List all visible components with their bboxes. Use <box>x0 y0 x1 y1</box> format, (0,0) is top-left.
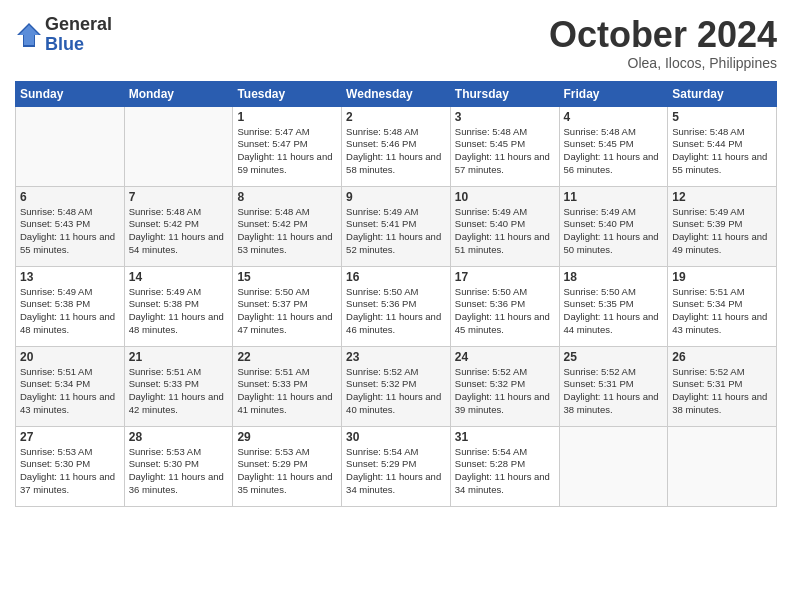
page: General Blue October 2024 Olea, Ilocos, … <box>0 0 792 612</box>
calendar-cell <box>559 426 668 506</box>
calendar-cell: 7Sunrise: 5:48 AMSunset: 5:42 PMDaylight… <box>124 186 233 266</box>
day-number: 29 <box>237 430 337 444</box>
day-number: 6 <box>20 190 120 204</box>
calendar-cell: 10Sunrise: 5:49 AMSunset: 5:40 PMDayligh… <box>450 186 559 266</box>
day-number: 12 <box>672 190 772 204</box>
calendar-cell: 16Sunrise: 5:50 AMSunset: 5:36 PMDayligh… <box>342 266 451 346</box>
cell-info: Sunrise: 5:53 AMSunset: 5:30 PMDaylight:… <box>20 446 120 497</box>
day-number: 13 <box>20 270 120 284</box>
calendar-week-row: 20Sunrise: 5:51 AMSunset: 5:34 PMDayligh… <box>16 346 777 426</box>
day-number: 21 <box>129 350 229 364</box>
calendar-cell: 19Sunrise: 5:51 AMSunset: 5:34 PMDayligh… <box>668 266 777 346</box>
day-number: 31 <box>455 430 555 444</box>
cell-info: Sunrise: 5:48 AMSunset: 5:42 PMDaylight:… <box>129 206 229 257</box>
calendar-cell <box>668 426 777 506</box>
calendar-cell: 4Sunrise: 5:48 AMSunset: 5:45 PMDaylight… <box>559 106 668 186</box>
logo-general: General <box>45 15 112 35</box>
day-number: 5 <box>672 110 772 124</box>
cell-info: Sunrise: 5:50 AMSunset: 5:37 PMDaylight:… <box>237 286 337 337</box>
logo: General Blue <box>15 15 112 55</box>
calendar-cell: 27Sunrise: 5:53 AMSunset: 5:30 PMDayligh… <box>16 426 125 506</box>
cell-info: Sunrise: 5:50 AMSunset: 5:36 PMDaylight:… <box>346 286 446 337</box>
calendar-cell: 9Sunrise: 5:49 AMSunset: 5:41 PMDaylight… <box>342 186 451 266</box>
cell-info: Sunrise: 5:51 AMSunset: 5:33 PMDaylight:… <box>237 366 337 417</box>
calendar-cell: 17Sunrise: 5:50 AMSunset: 5:36 PMDayligh… <box>450 266 559 346</box>
month-title: October 2024 <box>549 15 777 55</box>
calendar-cell: 8Sunrise: 5:48 AMSunset: 5:42 PMDaylight… <box>233 186 342 266</box>
day-number: 20 <box>20 350 120 364</box>
calendar-cell <box>124 106 233 186</box>
calendar-cell: 23Sunrise: 5:52 AMSunset: 5:32 PMDayligh… <box>342 346 451 426</box>
calendar-cell: 28Sunrise: 5:53 AMSunset: 5:30 PMDayligh… <box>124 426 233 506</box>
weekday-header: Wednesday <box>342 81 451 106</box>
calendar-cell: 12Sunrise: 5:49 AMSunset: 5:39 PMDayligh… <box>668 186 777 266</box>
cell-info: Sunrise: 5:48 AMSunset: 5:43 PMDaylight:… <box>20 206 120 257</box>
day-number: 2 <box>346 110 446 124</box>
cell-info: Sunrise: 5:51 AMSunset: 5:34 PMDaylight:… <box>20 366 120 417</box>
calendar-table: SundayMondayTuesdayWednesdayThursdayFrid… <box>15 81 777 507</box>
logo-blue: Blue <box>45 35 112 55</box>
day-number: 22 <box>237 350 337 364</box>
day-number: 26 <box>672 350 772 364</box>
cell-info: Sunrise: 5:49 AMSunset: 5:38 PMDaylight:… <box>129 286 229 337</box>
day-number: 19 <box>672 270 772 284</box>
calendar-cell: 13Sunrise: 5:49 AMSunset: 5:38 PMDayligh… <box>16 266 125 346</box>
cell-info: Sunrise: 5:48 AMSunset: 5:44 PMDaylight:… <box>672 126 772 177</box>
day-number: 7 <box>129 190 229 204</box>
logo-text: General Blue <box>45 15 112 55</box>
cell-info: Sunrise: 5:49 AMSunset: 5:39 PMDaylight:… <box>672 206 772 257</box>
day-number: 24 <box>455 350 555 364</box>
calendar-cell: 1Sunrise: 5:47 AMSunset: 5:47 PMDaylight… <box>233 106 342 186</box>
calendar-week-row: 6Sunrise: 5:48 AMSunset: 5:43 PMDaylight… <box>16 186 777 266</box>
calendar-cell: 30Sunrise: 5:54 AMSunset: 5:29 PMDayligh… <box>342 426 451 506</box>
day-number: 9 <box>346 190 446 204</box>
calendar-cell: 15Sunrise: 5:50 AMSunset: 5:37 PMDayligh… <box>233 266 342 346</box>
cell-info: Sunrise: 5:48 AMSunset: 5:45 PMDaylight:… <box>564 126 664 177</box>
cell-info: Sunrise: 5:51 AMSunset: 5:33 PMDaylight:… <box>129 366 229 417</box>
weekday-header: Monday <box>124 81 233 106</box>
weekday-header: Friday <box>559 81 668 106</box>
header-row: SundayMondayTuesdayWednesdayThursdayFrid… <box>16 81 777 106</box>
calendar-cell: 5Sunrise: 5:48 AMSunset: 5:44 PMDaylight… <box>668 106 777 186</box>
cell-info: Sunrise: 5:48 AMSunset: 5:42 PMDaylight:… <box>237 206 337 257</box>
calendar-cell <box>16 106 125 186</box>
cell-info: Sunrise: 5:48 AMSunset: 5:45 PMDaylight:… <box>455 126 555 177</box>
day-number: 30 <box>346 430 446 444</box>
weekday-header: Saturday <box>668 81 777 106</box>
cell-info: Sunrise: 5:50 AMSunset: 5:36 PMDaylight:… <box>455 286 555 337</box>
location-subtitle: Olea, Ilocos, Philippines <box>549 55 777 71</box>
cell-info: Sunrise: 5:52 AMSunset: 5:32 PMDaylight:… <box>455 366 555 417</box>
day-number: 25 <box>564 350 664 364</box>
calendar-week-row: 1Sunrise: 5:47 AMSunset: 5:47 PMDaylight… <box>16 106 777 186</box>
calendar-cell: 31Sunrise: 5:54 AMSunset: 5:28 PMDayligh… <box>450 426 559 506</box>
weekday-header: Sunday <box>16 81 125 106</box>
calendar-week-row: 27Sunrise: 5:53 AMSunset: 5:30 PMDayligh… <box>16 426 777 506</box>
day-number: 1 <box>237 110 337 124</box>
day-number: 27 <box>20 430 120 444</box>
calendar-cell: 3Sunrise: 5:48 AMSunset: 5:45 PMDaylight… <box>450 106 559 186</box>
weekday-header: Thursday <box>450 81 559 106</box>
cell-info: Sunrise: 5:49 AMSunset: 5:41 PMDaylight:… <box>346 206 446 257</box>
cell-info: Sunrise: 5:54 AMSunset: 5:29 PMDaylight:… <box>346 446 446 497</box>
calendar-cell: 2Sunrise: 5:48 AMSunset: 5:46 PMDaylight… <box>342 106 451 186</box>
day-number: 17 <box>455 270 555 284</box>
cell-info: Sunrise: 5:49 AMSunset: 5:40 PMDaylight:… <box>455 206 555 257</box>
calendar-cell: 25Sunrise: 5:52 AMSunset: 5:31 PMDayligh… <box>559 346 668 426</box>
cell-info: Sunrise: 5:48 AMSunset: 5:46 PMDaylight:… <box>346 126 446 177</box>
cell-info: Sunrise: 5:52 AMSunset: 5:32 PMDaylight:… <box>346 366 446 417</box>
svg-marker-1 <box>19 25 39 45</box>
day-number: 23 <box>346 350 446 364</box>
day-number: 4 <box>564 110 664 124</box>
calendar-cell: 22Sunrise: 5:51 AMSunset: 5:33 PMDayligh… <box>233 346 342 426</box>
day-number: 15 <box>237 270 337 284</box>
cell-info: Sunrise: 5:51 AMSunset: 5:34 PMDaylight:… <box>672 286 772 337</box>
cell-info: Sunrise: 5:54 AMSunset: 5:28 PMDaylight:… <box>455 446 555 497</box>
day-number: 11 <box>564 190 664 204</box>
day-number: 16 <box>346 270 446 284</box>
calendar-cell: 18Sunrise: 5:50 AMSunset: 5:35 PMDayligh… <box>559 266 668 346</box>
day-number: 18 <box>564 270 664 284</box>
cell-info: Sunrise: 5:49 AMSunset: 5:40 PMDaylight:… <box>564 206 664 257</box>
day-number: 8 <box>237 190 337 204</box>
calendar-cell: 24Sunrise: 5:52 AMSunset: 5:32 PMDayligh… <box>450 346 559 426</box>
title-section: October 2024 Olea, Ilocos, Philippines <box>549 15 777 71</box>
